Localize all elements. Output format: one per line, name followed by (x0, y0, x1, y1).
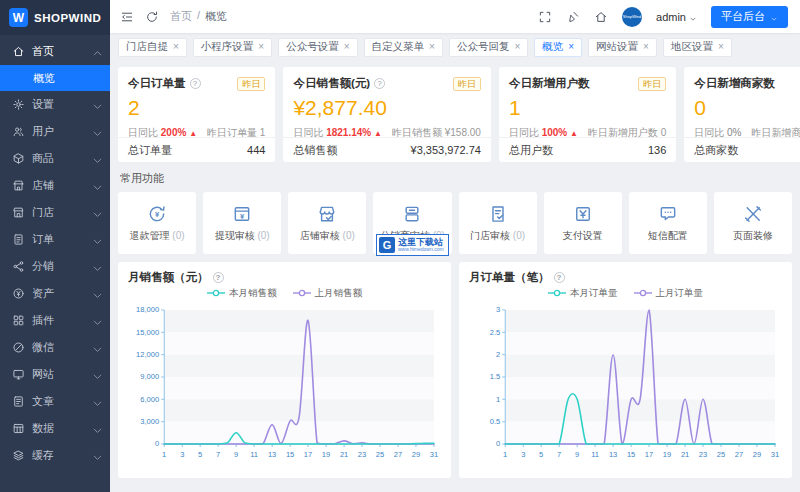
sidebar-item-data[interactable]: 数据 (0, 415, 110, 442)
sidebar-item-order[interactable]: 订单 (0, 226, 110, 253)
tab-label: 公众号回复 (457, 40, 510, 54)
chevron-down-icon (91, 100, 104, 113)
function-tile-sms[interactable]: 短信配置 (629, 192, 707, 254)
withdraw-icon: ¥ (232, 204, 252, 224)
svg-text:29: 29 (753, 450, 761, 459)
close-icon[interactable]: × (429, 42, 435, 52)
function-tile-refund[interactable]: ¥退款管理 (0) (118, 192, 196, 254)
shop-icon (12, 179, 25, 192)
close-icon[interactable]: × (514, 42, 520, 52)
clear-cache-icon[interactable] (566, 10, 580, 24)
open-tab[interactable]: 小程序设置× (193, 38, 272, 57)
breadcrumb-home[interactable]: 首页 (170, 9, 192, 24)
help-icon[interactable]: ? (213, 272, 224, 283)
legend-item[interactable]: 上月销售额 (293, 287, 363, 300)
help-icon[interactable]: ? (190, 78, 201, 89)
function-label: 短信配置 (648, 229, 688, 243)
open-tab[interactable]: 自定义菜单× (364, 38, 443, 57)
function-tile-store-audit[interactable]: 门店审核 (0) (459, 192, 537, 254)
sidebar-item-users[interactable]: 用户 (0, 118, 110, 145)
stat-title: 今日销售额(元) (293, 76, 370, 91)
watermark-url: www.himedown.com (398, 247, 444, 252)
sidebar-item-label: 门店 (32, 205, 54, 220)
legend-marker (207, 289, 225, 297)
open-tabs-bar: 门店自提×小程序设置×公众号设置×自定义菜单×公众号回复×概览×网站设置×地区设… (110, 33, 800, 61)
home-icon[interactable] (594, 10, 608, 24)
svg-text:13: 13 (609, 450, 617, 459)
cache-icon (12, 449, 25, 462)
legend-item[interactable]: 本月订单量 (548, 287, 618, 300)
fullscreen-icon[interactable] (538, 10, 552, 24)
avatar[interactable]: ShopWind (622, 7, 642, 27)
user-menu[interactable]: admin (656, 11, 697, 23)
chevron-up-icon (91, 47, 104, 60)
chevron-down-icon (91, 127, 104, 140)
store-icon (12, 206, 25, 219)
sidebar-item-asset[interactable]: 资产 (0, 280, 110, 307)
svg-text:5: 5 (539, 450, 543, 459)
svg-text:1: 1 (162, 450, 166, 459)
svg-text:29: 29 (412, 450, 420, 459)
sidebar-item-share[interactable]: 分销 (0, 253, 110, 280)
app-logo[interactable]: W SHOPWIND (0, 0, 110, 35)
platform-switch-button[interactable]: 平台后台 (711, 6, 788, 28)
close-icon[interactable]: × (258, 42, 264, 52)
chart-title: 月销售额（元） (128, 270, 209, 285)
open-tab[interactable]: 公众号设置× (278, 38, 357, 57)
function-tile-withdraw[interactable]: ¥提现审核 (0) (203, 192, 281, 254)
chevron-down-icon (91, 262, 104, 275)
stat-title: 今日新增商家数 (694, 76, 775, 91)
sidebar-item-home[interactable]: 首页 (0, 38, 110, 65)
stat-value: 0 (694, 96, 800, 120)
fullscreen-icon (538, 10, 552, 24)
sidebar-item-gear[interactable]: 设置 (0, 91, 110, 118)
sidebar-item-plugin[interactable]: 插件 (0, 307, 110, 334)
open-tab[interactable]: 公众号回复× (449, 38, 528, 57)
legend-marker (548, 289, 566, 297)
site-watermark: G 这里下载站 www.himedown.com (376, 234, 449, 256)
function-tile-payment[interactable]: 支付设置 (544, 192, 622, 254)
stat-card: 今日新增商家数昨日0日同比 0%昨日新增商家数 0总商家数2 (684, 67, 800, 162)
sidebar-item-label: 用户 (32, 124, 54, 139)
refresh-icon[interactable] (145, 10, 159, 24)
menu-fold-icon[interactable] (120, 10, 134, 24)
store-audit-icon (488, 204, 508, 224)
sidebar-item-cache[interactable]: 缓存 (0, 442, 110, 469)
sidebar-item-label: 网站 (32, 367, 54, 382)
svg-text:15: 15 (627, 450, 635, 459)
sidebar-item-website[interactable]: 网站 (0, 361, 110, 388)
svg-text:¥: ¥ (240, 211, 245, 220)
help-icon[interactable]: ? (554, 272, 565, 283)
sidebar-item-goods[interactable]: 商品 (0, 145, 110, 172)
sidebar-item-shop[interactable]: 店铺 (0, 172, 110, 199)
svg-text:9,000: 9,000 (140, 373, 159, 382)
sidebar-item-article[interactable]: 文章 (0, 388, 110, 415)
sidebar-item-store[interactable]: 门店 (0, 199, 110, 226)
distributor-audit-icon (402, 204, 422, 224)
legend-label: 本月订单量 (570, 287, 618, 300)
sidebar: W SHOPWIND 首页概览设置用户商品店铺门店订单分销资产插件微信网站文章数… (0, 0, 110, 492)
function-tile-shop-audit[interactable]: 店铺审核 (0) (288, 192, 366, 254)
open-tab[interactable]: 概览× (534, 38, 582, 57)
open-tab[interactable]: 地区设置× (663, 38, 732, 57)
chevron-down-icon (91, 451, 104, 464)
svg-text:27: 27 (394, 450, 402, 459)
goods-icon (12, 152, 25, 165)
help-icon[interactable]: ? (374, 78, 385, 89)
legend-item[interactable]: 本月销售额 (207, 287, 277, 300)
close-icon[interactable]: × (718, 42, 724, 52)
close-icon[interactable]: × (568, 42, 574, 52)
open-tab[interactable]: 网站设置× (588, 38, 657, 57)
svg-text:13: 13 (268, 450, 276, 459)
legend-item[interactable]: 上月订单量 (634, 287, 704, 300)
total-label: 总商家数 (694, 143, 738, 158)
close-icon[interactable]: × (344, 42, 350, 52)
close-icon[interactable]: × (173, 42, 179, 52)
svg-text:23: 23 (699, 450, 707, 459)
sidebar-item-wechat[interactable]: 微信 (0, 334, 110, 361)
function-tile-decorate[interactable]: 页面装修 (714, 192, 792, 254)
close-icon[interactable]: × (643, 42, 649, 52)
svg-text:7: 7 (557, 450, 561, 459)
open-tab[interactable]: 门店自提× (118, 38, 187, 57)
sidebar-subitem[interactable]: 概览 (0, 65, 110, 91)
